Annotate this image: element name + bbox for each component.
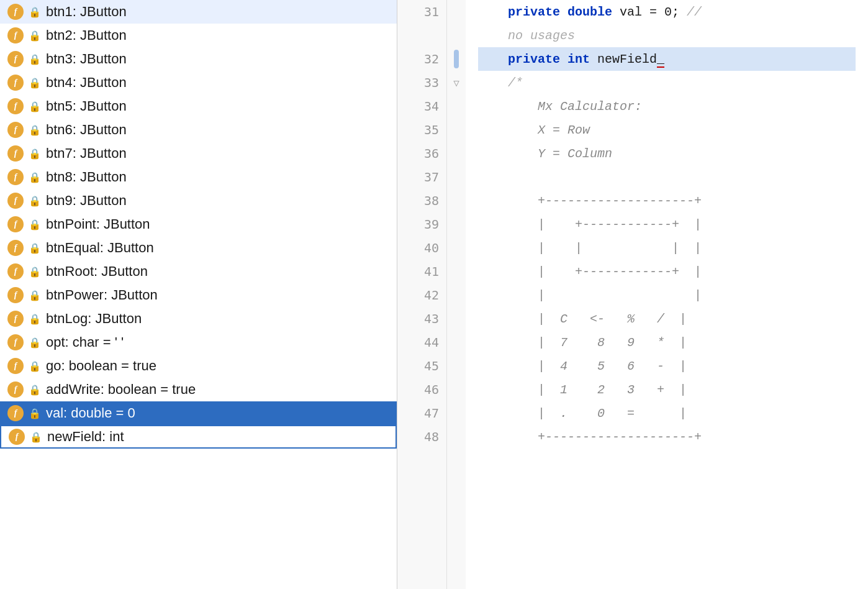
field-item-19[interactable]: f🔒newField: int [0,425,397,449]
comment-ascii-text: | 7 8 9 * | [478,336,687,350]
lock-icon: 🔒 [29,337,40,348]
lock-icon: 🔒 [29,101,40,112]
field-label: btn6: JButton [46,122,127,138]
field-item-9[interactable]: f🔒btn9: JButton [0,189,397,212]
field-type-icon: f [7,4,24,20]
fields-panel: f🔒btn1: JButtonf🔒btn2: JButtonf🔒btn3: JB… [0,0,397,589]
field-label: btnPower: JButton [46,287,158,303]
field-label: opt: char = ' ' [46,334,124,350]
field-label: btn5: JButton [46,98,127,114]
code-line-35: X = Row [478,118,856,142]
field-type-icon: f [7,381,24,398]
field-item-8[interactable]: f🔒btn8: JButton [0,165,397,189]
field-item-6[interactable]: f🔒btn6: JButton [0,118,397,142]
line-number-row: 32 [397,47,446,71]
lock-icon: 🔒 [29,408,40,419]
line-number-row: 35 [397,118,446,142]
field-label: newField: int [47,429,124,445]
line-number-row [397,24,446,47]
field-item-17[interactable]: f🔒addWrite: boolean = true [0,378,397,401]
gutter-row [447,354,466,378]
keyword-private: private [478,52,567,66]
code-line-42: | | [478,283,856,307]
keyword-int: int [567,52,590,66]
field-item-15[interactable]: f🔒opt: char = ' ' [0,331,397,354]
line-number-row: 43 [397,307,446,331]
field-item-13[interactable]: f🔒btnPower: JButton [0,283,397,307]
comment-italic-text: X = Row [478,123,590,137]
comment-italic-text: Mx Calculator: [478,99,642,114]
gutter-row [447,94,466,118]
gutter-row [447,425,466,449]
code-line-38: +--------------------+ [478,189,856,212]
code-line-46: | 1 2 3 + | [478,378,856,401]
field-type-icon: f [7,169,24,185]
field-item-12[interactable]: f🔒btnRoot: JButton [0,260,397,283]
gutter-row [447,307,466,331]
gutter-row [447,401,466,425]
field-item-4[interactable]: f🔒btn4: JButton [0,71,397,94]
field-item-3[interactable]: f🔒btn3: JButton [0,47,397,71]
line-number-row: 39 [397,212,446,236]
field-type-icon: f [7,358,24,374]
code-comment: // [687,5,702,19]
gutter-row [447,260,466,283]
field-label: addWrite: boolean = true [46,381,196,398]
gutter-row [447,0,466,24]
gutter-row [447,212,466,236]
line-numbers: 313233343536373839404142434445464748 [397,0,447,589]
field-label: val: double = 0 [46,405,135,421]
code-line-48: +--------------------+ [478,425,856,449]
field-label: go: boolean = true [46,358,156,374]
gutter-row [447,378,466,401]
code-lines: private double val = 0; // no usages pri… [466,0,868,589]
field-type-icon: f [7,263,24,280]
field-label: btn2: JButton [46,27,127,43]
field-item-16[interactable]: f🔒go: boolean = true [0,354,397,378]
lock-icon: 🔒 [29,195,40,206]
comment-ascii-text: | . 0 = | [478,406,687,421]
code-text: private double [478,5,620,19]
scrollbar-indicator [454,50,459,68]
code-line-37 [478,165,856,189]
line-number-row: 36 [397,142,446,165]
line-number-row: 37 [397,165,446,189]
line-number-row: 42 [397,283,446,307]
gutter-area: ▽ [447,0,466,589]
field-label: btn7: JButton [46,145,127,162]
gutter-row [447,118,466,142]
field-label: btn8: JButton [46,169,127,185]
field-item-11[interactable]: f🔒btnEqual: JButton [0,236,397,260]
field-type-icon: f [7,98,24,114]
field-item-14[interactable]: f🔒btnLog: JButton [0,307,397,331]
line-number-row: 41 [397,260,446,283]
lock-icon: 🔒 [29,242,40,253]
comment-italic-text: Y = Column [478,147,612,161]
field-item-5[interactable]: f🔒btn5: JButton [0,94,397,118]
field-item-2[interactable]: f🔒btn2: JButton [0,24,397,47]
code-line-43: | C <- % / | [478,307,856,331]
comment-ascii-text: +--------------------+ [478,194,702,208]
code-line-39: | +------------+ | [478,212,856,236]
field-item-18[interactable]: f🔒val: double = 0 [0,401,397,425]
field-type-icon: f [7,193,24,209]
field-item-1[interactable]: f🔒btn1: JButton [0,0,397,24]
fields-list: f🔒btn1: JButtonf🔒btn2: JButtonf🔒btn3: JB… [0,0,397,449]
comment-text: /* [478,76,523,90]
lock-icon: 🔒 [29,148,40,159]
field-type-icon: f [7,145,24,162]
field-label: btnEqual: JButton [46,240,154,256]
field-item-7[interactable]: f🔒btn7: JButton [0,142,397,165]
field-item-10[interactable]: f🔒btnPoint: JButton [0,212,397,236]
code-line-44: | 7 8 9 * | [478,331,856,354]
lock-icon: 🔒 [30,431,41,442]
field-label: btnRoot: JButton [46,263,148,280]
field-label: btn1: JButton [46,4,127,20]
line-number-row: 34 [397,94,446,118]
comment-ascii-text: | +------------+ | [478,217,702,232]
gutter-row [447,236,466,260]
code-line-31: private double val = 0; // [478,0,856,24]
lock-icon: 🔒 [29,360,40,372]
line-number-row: 45 [397,354,446,378]
line-number-row: 46 [397,378,446,401]
